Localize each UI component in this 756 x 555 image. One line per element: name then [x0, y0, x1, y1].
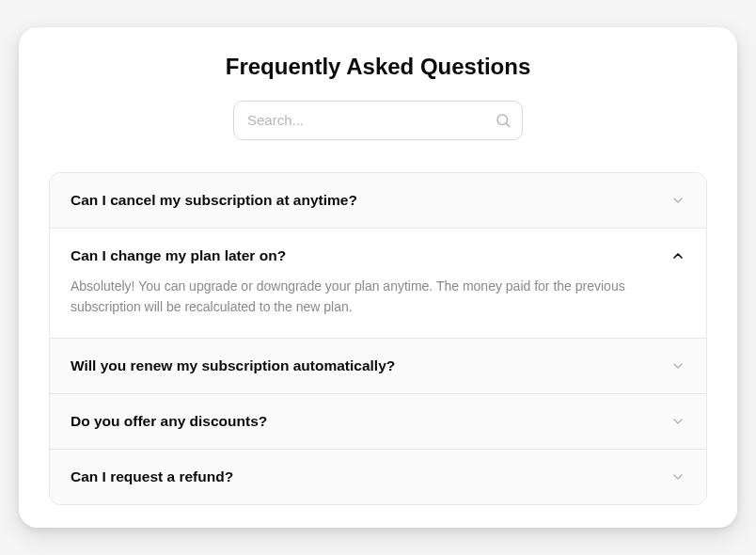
chevron-down-icon: [670, 358, 685, 373]
faq-item-body: Absolutely! You can upgrade or downgrade…: [50, 276, 706, 339]
faq-answer: Absolutely! You can upgrade or downgrade…: [71, 276, 685, 318]
chevron-down-icon: [670, 193, 685, 208]
faq-question: Can I request a refund?: [71, 468, 233, 485]
faq-item-header[interactable]: Can I cancel my subscription at anytime?: [50, 173, 706, 228]
faq-item-header[interactable]: Will you renew my subscription automatic…: [50, 339, 706, 393]
chevron-up-icon: [670, 248, 685, 263]
faq-item: Do you offer any discounts?: [50, 394, 706, 450]
faq-item: Will you renew my subscription automatic…: [50, 339, 706, 394]
faq-question: Will you renew my subscription automatic…: [71, 357, 395, 374]
faq-item: Can I cancel my subscription at anytime?: [50, 173, 706, 229]
faq-item: Can I change my plan later on? Absolutel…: [50, 229, 706, 340]
faq-item-header[interactable]: Can I request a refund?: [50, 450, 706, 504]
faq-accordion: Can I cancel my subscription at anytime?…: [49, 172, 707, 506]
faq-card: Frequently Asked Questions Can I cancel …: [19, 27, 737, 529]
search-input[interactable]: [233, 101, 523, 140]
faq-question: Do you offer any discounts?: [71, 413, 267, 430]
faq-question: Can I change my plan later on?: [71, 247, 286, 264]
search-box: [233, 101, 523, 140]
faq-question: Can I cancel my subscription at anytime?: [71, 192, 357, 209]
chevron-down-icon: [670, 414, 685, 429]
faq-item-header[interactable]: Do you offer any discounts?: [50, 394, 706, 449]
faq-item-header[interactable]: Can I change my plan later on?: [50, 229, 706, 276]
search-wrap: [49, 101, 707, 140]
faq-item: Can I request a refund?: [50, 450, 706, 504]
chevron-down-icon: [670, 469, 685, 484]
page-title: Frequently Asked Questions: [49, 54, 707, 80]
